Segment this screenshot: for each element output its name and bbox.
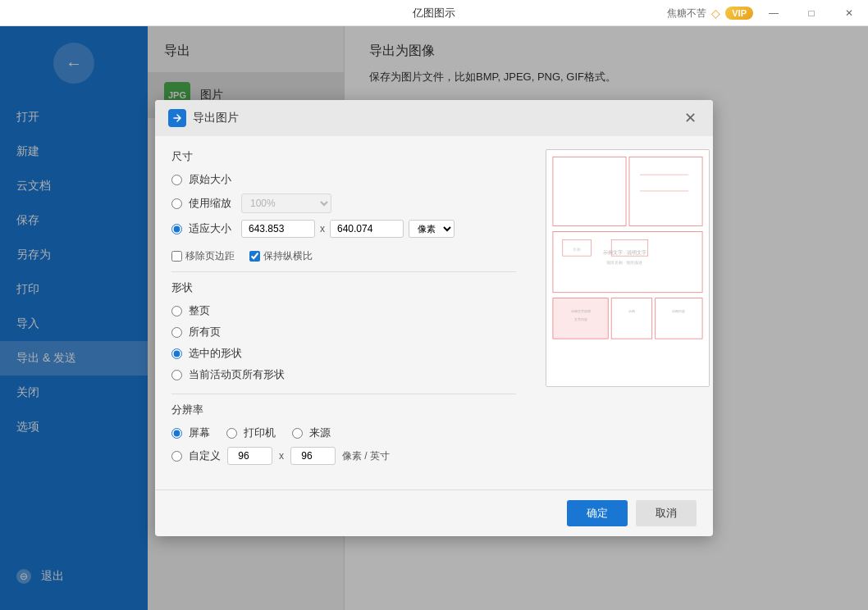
modal-header-left: 导出图片 xyxy=(168,109,239,127)
shape-selected-radio[interactable] xyxy=(171,348,182,359)
resolution-custom-row: 自定义 x 像素 / 英寸 xyxy=(171,447,516,465)
res-printer-radio[interactable] xyxy=(226,428,237,439)
vip-badge: VIP xyxy=(725,7,753,20)
shape-all-label: 所有页 xyxy=(189,325,221,339)
close-button[interactable]: ✕ xyxy=(830,0,868,26)
vip-area: 焦糖不苦 ◇ VIP xyxy=(667,0,753,26)
res-unit-label: 像素 / 英寸 xyxy=(342,449,390,463)
modal-preview: 示例文字 · 说明文字 项目名称 · 项目描述 名称 示例文字说明 xyxy=(532,136,713,489)
shape-all-option[interactable]: 所有页 xyxy=(171,325,516,339)
svg-text:项目名称 · 项目描述: 项目名称 · 项目描述 xyxy=(606,260,642,265)
titlebar: 亿图图示 焦糖不苦 ◇ VIP — □ ✕ xyxy=(0,0,868,26)
svg-text:示例文字 · 说明文字: 示例文字 · 说明文字 xyxy=(603,249,646,255)
app-title: 亿图图示 xyxy=(413,6,455,20)
vip-diamond-icon: ◇ xyxy=(711,7,720,20)
shape-active-label: 当前活动页所有形状 xyxy=(189,367,285,382)
size-original-radio[interactable] xyxy=(171,175,182,185)
size-fit-label: 适应大小 xyxy=(189,221,231,236)
resolution-section-title: 分辨率 xyxy=(171,403,516,417)
x-separator: x xyxy=(320,223,325,234)
svg-rect-0 xyxy=(553,157,626,225)
svg-rect-1 xyxy=(629,157,702,225)
shape-section-title: 形状 xyxy=(171,280,516,295)
size-section-title: 尺寸 xyxy=(171,149,516,164)
vip-username: 焦糖不苦 xyxy=(667,7,706,20)
modal-body: 尺寸 原始大小 使用缩放 100% xyxy=(155,136,713,489)
shape-full-radio[interactable] xyxy=(171,306,182,316)
size-zoom-label: 使用缩放 xyxy=(189,196,231,211)
res-screen-label: 屏幕 xyxy=(189,426,210,440)
res-screen-radio[interactable] xyxy=(171,428,182,439)
keep-ratio-label[interactable]: 保持纵横比 xyxy=(249,249,313,263)
svg-text:示例: 示例 xyxy=(628,309,635,313)
svg-text:名称: 名称 xyxy=(573,247,581,252)
size-original-option[interactable]: 原始大小 xyxy=(171,172,516,187)
modal-footer: 确定 取消 xyxy=(155,489,713,536)
resolution-radio-group: 屏幕 打印机 来源 自定义 xyxy=(171,426,516,465)
preview-diagram-svg: 示例文字 · 说明文字 项目名称 · 项目描述 名称 示例文字说明 xyxy=(546,150,709,386)
remove-border-label[interactable]: 移除页边距 xyxy=(171,249,235,263)
size-original-label: 原始大小 xyxy=(189,172,231,187)
shape-all-radio[interactable] xyxy=(171,327,182,338)
cancel-button[interactable]: 取消 xyxy=(636,500,697,526)
modal-title: 导出图片 xyxy=(193,111,239,125)
res-printer-label: 打印机 xyxy=(244,426,276,440)
preview-box: 示例文字 · 说明文字 项目名称 · 项目描述 名称 示例文字说明 xyxy=(546,149,710,387)
modal-overlay: 导出图片 ✕ 尺寸 原始大小 使用缩放 xyxy=(0,26,868,610)
modal-close-button[interactable]: ✕ xyxy=(680,108,700,128)
svg-rect-11 xyxy=(611,298,652,339)
res-custom-x-input[interactable] xyxy=(227,447,272,465)
zoom-input-wrap: 100% xyxy=(241,193,331,213)
shape-active-option[interactable]: 当前活动页所有形状 xyxy=(171,367,516,382)
res-source-option[interactable]: 来源 xyxy=(292,426,331,440)
res-printer-option[interactable]: 打印机 xyxy=(226,426,276,440)
x-separator-2: x xyxy=(279,450,284,462)
svg-text:示例文字说明: 示例文字说明 xyxy=(571,309,591,313)
res-source-radio[interactable] xyxy=(292,428,303,439)
shape-selected-label: 选中的形状 xyxy=(189,346,242,361)
remove-border-checkbox[interactable] xyxy=(171,251,182,262)
svg-text:示例内容: 示例内容 xyxy=(672,309,685,313)
confirm-button[interactable]: 确定 xyxy=(567,500,628,526)
maximize-button[interactable]: □ xyxy=(793,0,830,26)
shape-selected-option[interactable]: 选中的形状 xyxy=(171,346,516,361)
window-controls: — □ ✕ xyxy=(755,0,868,26)
size-fit-option[interactable]: 适应大小 x 像素 xyxy=(171,220,516,238)
modal-dialog-icon xyxy=(168,109,186,127)
modal-settings: 尺寸 原始大小 使用缩放 100% xyxy=(155,136,532,489)
size-radio-group: 原始大小 使用缩放 100% 适应大小 xyxy=(171,172,516,238)
modal-header: 导出图片 ✕ xyxy=(155,100,713,136)
minimize-button[interactable]: — xyxy=(755,0,793,26)
shape-radio-group: 整页 所有页 选中的形状 当前活动页所有形状 xyxy=(171,303,516,382)
shape-full-label: 整页 xyxy=(189,303,210,318)
zoom-select[interactable]: 100% xyxy=(241,193,331,213)
svg-text:文字内容: 文字内容 xyxy=(574,317,587,321)
res-source-label: 来源 xyxy=(309,426,331,440)
export-dialog: 导出图片 ✕ 尺寸 原始大小 使用缩放 xyxy=(155,100,713,536)
size-zoom-option[interactable]: 使用缩放 100% xyxy=(171,193,516,213)
height-input[interactable] xyxy=(330,220,404,238)
keep-ratio-checkbox[interactable] xyxy=(249,251,260,262)
svg-rect-12 xyxy=(656,298,702,339)
res-custom-option[interactable]: 自定义 xyxy=(171,448,221,463)
shape-active-radio[interactable] xyxy=(171,370,182,380)
border-options-row: 移除页边距 保持纵横比 xyxy=(171,249,516,263)
res-custom-radio[interactable] xyxy=(171,451,182,462)
res-custom-label: 自定义 xyxy=(189,448,221,463)
size-fit-radio[interactable] xyxy=(171,224,182,234)
section-separator-2 xyxy=(171,394,516,394)
res-custom-y-input[interactable] xyxy=(290,447,336,465)
size-fit-inputs: x 像素 xyxy=(241,220,455,238)
width-input[interactable] xyxy=(241,220,315,238)
unit-select[interactable]: 像素 xyxy=(409,220,455,238)
res-screen-option[interactable]: 屏幕 xyxy=(171,426,210,440)
resolution-row-1: 屏幕 打印机 来源 xyxy=(171,426,516,440)
size-zoom-radio[interactable] xyxy=(171,198,182,209)
preview-inner: 示例文字 · 说明文字 项目名称 · 项目描述 名称 示例文字说明 xyxy=(546,150,709,386)
shape-full-option[interactable]: 整页 xyxy=(171,303,516,318)
section-separator-1 xyxy=(171,271,516,272)
